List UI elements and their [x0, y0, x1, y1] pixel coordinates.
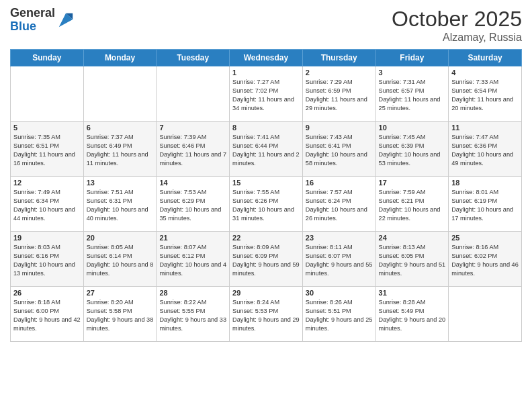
- day-info: Sunrise: 8:13 AM Sunset: 6:05 PM Dayligh…: [379, 243, 446, 278]
- day-info: Sunrise: 8:26 AM Sunset: 5:51 PM Dayligh…: [306, 298, 373, 333]
- day-number: 5: [13, 124, 81, 132]
- day-number: 23: [306, 234, 373, 242]
- day-number: 13: [87, 179, 154, 187]
- day-number: 22: [232, 234, 300, 242]
- logo: General Blue: [10, 7, 75, 34]
- day-number: 30: [306, 289, 373, 297]
- day-number: 29: [232, 289, 300, 297]
- calendar-cell: 29Sunrise: 8:24 AM Sunset: 5:53 PM Dayli…: [230, 287, 303, 342]
- day-number: 3: [379, 68, 446, 77]
- title-block: October 2025 Alzamay, Russia: [392, 7, 522, 44]
- calendar-cell: 18Sunrise: 8:01 AM Sunset: 6:19 PM Dayli…: [449, 177, 522, 232]
- day-number: 12: [13, 179, 81, 187]
- day-info: Sunrise: 8:03 AM Sunset: 6:16 PM Dayligh…: [13, 243, 81, 278]
- day-info: Sunrise: 7:53 AM Sunset: 6:29 PM Dayligh…: [159, 188, 226, 223]
- calendar-cell: [11, 66, 84, 122]
- day-info: Sunrise: 7:33 AM Sunset: 6:54 PM Dayligh…: [451, 78, 519, 113]
- month-title: October 2025: [392, 7, 522, 32]
- day-info: Sunrise: 8:07 AM Sunset: 6:12 PM Dayligh…: [159, 243, 226, 278]
- calendar-cell: 25Sunrise: 8:16 AM Sunset: 6:02 PM Dayli…: [449, 232, 522, 287]
- calendar-cell: 24Sunrise: 8:13 AM Sunset: 6:05 PM Dayli…: [375, 232, 449, 287]
- day-info: Sunrise: 8:16 AM Sunset: 6:02 PM Dayligh…: [451, 243, 519, 278]
- calendar-cell: [449, 287, 522, 342]
- logo-icon: [56, 11, 75, 30]
- day-number: 4: [451, 68, 519, 77]
- day-info: Sunrise: 8:20 AM Sunset: 5:58 PM Dayligh…: [87, 298, 154, 333]
- day-number: 24: [379, 234, 446, 242]
- calendar-cell: 30Sunrise: 8:26 AM Sunset: 5:51 PM Dayli…: [302, 287, 375, 342]
- day-of-week-header: Thursday: [302, 50, 375, 66]
- day-number: 18: [451, 179, 519, 187]
- day-info: Sunrise: 7:43 AM Sunset: 6:41 PM Dayligh…: [306, 133, 373, 168]
- day-number: 16: [306, 179, 373, 187]
- day-info: Sunrise: 7:55 AM Sunset: 6:26 PM Dayligh…: [232, 188, 300, 223]
- day-number: 8: [232, 124, 300, 132]
- day-number: 25: [451, 234, 519, 242]
- calendar-cell: 1Sunrise: 7:27 AM Sunset: 7:02 PM Daylig…: [230, 66, 303, 122]
- day-number: 31: [379, 289, 446, 297]
- calendar-cell: 4Sunrise: 7:33 AM Sunset: 6:54 PM Daylig…: [449, 66, 522, 122]
- day-info: Sunrise: 7:35 AM Sunset: 6:51 PM Dayligh…: [13, 133, 81, 168]
- day-info: Sunrise: 7:39 AM Sunset: 6:46 PM Dayligh…: [159, 133, 226, 168]
- day-info: Sunrise: 8:18 AM Sunset: 6:00 PM Dayligh…: [13, 298, 81, 333]
- calendar-cell: 19Sunrise: 8:03 AM Sunset: 6:16 PM Dayli…: [11, 232, 84, 287]
- day-of-week-header: Sunday: [11, 50, 84, 66]
- calendar-cell: 14Sunrise: 7:53 AM Sunset: 6:29 PM Dayli…: [157, 177, 230, 232]
- calendar-cell: 9Sunrise: 7:43 AM Sunset: 6:41 PM Daylig…: [302, 122, 375, 177]
- day-info: Sunrise: 7:31 AM Sunset: 6:57 PM Dayligh…: [379, 78, 446, 113]
- calendar-cell: 2Sunrise: 7:29 AM Sunset: 6:59 PM Daylig…: [302, 66, 375, 122]
- calendar-cell: 15Sunrise: 7:55 AM Sunset: 6:26 PM Dayli…: [230, 177, 303, 232]
- calendar-cell: 12Sunrise: 7:49 AM Sunset: 6:34 PM Dayli…: [11, 177, 84, 232]
- day-number: 26: [13, 289, 81, 297]
- calendar-cell: 6Sunrise: 7:37 AM Sunset: 6:49 PM Daylig…: [83, 122, 157, 177]
- day-info: Sunrise: 7:45 AM Sunset: 6:39 PM Dayligh…: [379, 133, 446, 168]
- calendar-cell: [83, 66, 157, 122]
- day-number: 1: [232, 68, 300, 77]
- day-number: 9: [306, 124, 373, 132]
- calendar-table: SundayMondayTuesdayWednesdayThursdayFrid…: [10, 49, 522, 342]
- day-number: 15: [232, 179, 300, 187]
- day-number: 28: [159, 289, 226, 297]
- day-of-week-header: Tuesday: [157, 50, 230, 66]
- calendar-cell: 22Sunrise: 8:09 AM Sunset: 6:09 PM Dayli…: [230, 232, 303, 287]
- day-number: 7: [159, 124, 226, 132]
- day-of-week-header: Friday: [375, 50, 449, 66]
- day-info: Sunrise: 7:57 AM Sunset: 6:24 PM Dayligh…: [306, 188, 373, 223]
- day-info: Sunrise: 7:27 AM Sunset: 7:02 PM Dayligh…: [232, 78, 300, 113]
- calendar-cell: 3Sunrise: 7:31 AM Sunset: 6:57 PM Daylig…: [375, 66, 449, 122]
- day-of-week-header: Saturday: [449, 50, 522, 66]
- day-number: 19: [13, 234, 81, 242]
- day-info: Sunrise: 8:05 AM Sunset: 6:14 PM Dayligh…: [87, 243, 154, 278]
- location: Alzamay, Russia: [392, 32, 522, 44]
- day-number: 10: [379, 124, 446, 132]
- calendar-cell: 23Sunrise: 8:11 AM Sunset: 6:07 PM Dayli…: [302, 232, 375, 287]
- day-number: 27: [87, 289, 154, 297]
- day-number: 11: [451, 124, 519, 132]
- calendar-cell: 16Sunrise: 7:57 AM Sunset: 6:24 PM Dayli…: [302, 177, 375, 232]
- calendar-cell: 11Sunrise: 7:47 AM Sunset: 6:36 PM Dayli…: [449, 122, 522, 177]
- calendar-cell: [157, 66, 230, 122]
- day-info: Sunrise: 7:47 AM Sunset: 6:36 PM Dayligh…: [451, 133, 519, 168]
- logo-general: General Blue: [10, 7, 55, 34]
- calendar-cell: 8Sunrise: 7:41 AM Sunset: 6:44 PM Daylig…: [230, 122, 303, 177]
- calendar-cell: 7Sunrise: 7:39 AM Sunset: 6:46 PM Daylig…: [157, 122, 230, 177]
- day-info: Sunrise: 7:59 AM Sunset: 6:21 PM Dayligh…: [379, 188, 446, 223]
- calendar-cell: 5Sunrise: 7:35 AM Sunset: 6:51 PM Daylig…: [11, 122, 84, 177]
- day-info: Sunrise: 7:37 AM Sunset: 6:49 PM Dayligh…: [87, 133, 154, 168]
- day-of-week-header: Monday: [83, 50, 157, 66]
- calendar-cell: 13Sunrise: 7:51 AM Sunset: 6:31 PM Dayli…: [83, 177, 157, 232]
- day-info: Sunrise: 8:24 AM Sunset: 5:53 PM Dayligh…: [232, 298, 300, 333]
- day-number: 6: [87, 124, 154, 132]
- calendar-cell: 26Sunrise: 8:18 AM Sunset: 6:00 PM Dayli…: [11, 287, 84, 342]
- calendar-cell: 27Sunrise: 8:20 AM Sunset: 5:58 PM Dayli…: [83, 287, 157, 342]
- calendar-cell: 20Sunrise: 8:05 AM Sunset: 6:14 PM Dayli…: [83, 232, 157, 287]
- calendar-cell: 21Sunrise: 8:07 AM Sunset: 6:12 PM Dayli…: [157, 232, 230, 287]
- day-number: 17: [379, 179, 446, 187]
- day-info: Sunrise: 8:11 AM Sunset: 6:07 PM Dayligh…: [306, 243, 373, 278]
- day-info: Sunrise: 7:51 AM Sunset: 6:31 PM Dayligh…: [87, 188, 154, 223]
- day-info: Sunrise: 8:28 AM Sunset: 5:49 PM Dayligh…: [379, 298, 446, 333]
- calendar-page: General Blue October 2025 Alzamay, Russi…: [0, 0, 532, 411]
- day-info: Sunrise: 7:29 AM Sunset: 6:59 PM Dayligh…: [306, 78, 373, 113]
- day-info: Sunrise: 7:41 AM Sunset: 6:44 PM Dayligh…: [232, 133, 300, 168]
- calendar-cell: 28Sunrise: 8:22 AM Sunset: 5:55 PM Dayli…: [157, 287, 230, 342]
